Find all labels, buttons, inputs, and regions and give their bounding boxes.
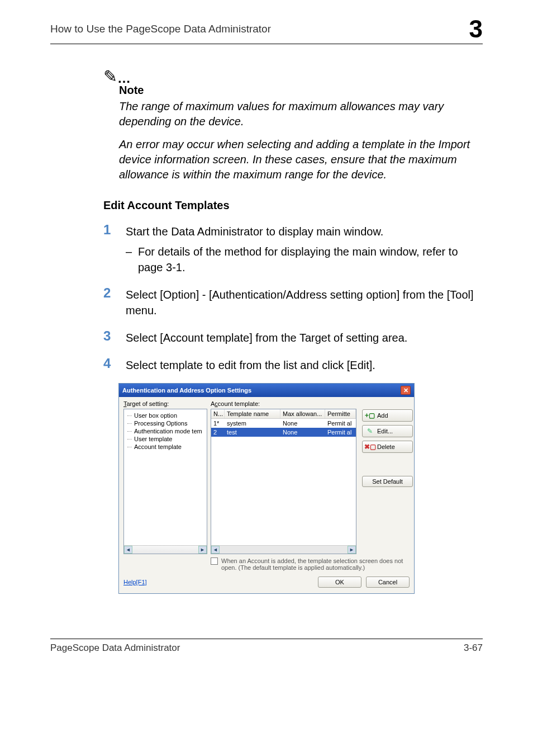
add-icon: +▢: [366, 412, 374, 419]
delete-icon: ✖▢: [366, 443, 374, 451]
table-row[interactable]: 1* system None Permit al: [211, 419, 356, 428]
close-button[interactable]: ✕: [401, 386, 411, 395]
col-n[interactable]: N...: [211, 409, 225, 418]
note-text-2: An error may occur when selecting and ad…: [119, 137, 483, 182]
tree-item-authmode[interactable]: Authentication mode tem: [125, 427, 206, 435]
col-permitted[interactable]: Permitte: [325, 409, 356, 418]
step-text-1: Start the Data Administrator to display …: [126, 224, 483, 239]
table-row[interactable]: 2 test None Permit al: [211, 428, 356, 437]
note-heading: Note: [119, 84, 483, 97]
cancel-button[interactable]: Cancel: [366, 577, 410, 588]
scroll-left-icon[interactable]: ◄: [124, 546, 132, 554]
target-label: TTarget of setting:arget of setting:: [123, 400, 207, 407]
footer-product: PageScope Data Administrator: [50, 642, 464, 654]
section-heading: Edit Account Templates: [103, 199, 483, 212]
target-tree[interactable]: User box option Processing Options Authe…: [123, 409, 207, 554]
close-icon: ✕: [403, 387, 408, 394]
tree-item-accounttemplate[interactable]: Account template: [125, 443, 206, 451]
account-template-label: Account template:: [211, 400, 356, 407]
scroll-right-icon[interactable]: ►: [198, 546, 207, 554]
step-number-4: 4: [103, 356, 126, 373]
step-1-sub: –For details of the method for displayin…: [126, 244, 483, 275]
step-text-2: Select [Option] - [Authentication/Addres…: [126, 285, 483, 318]
delete-button[interactable]: ✖▢ Delete: [362, 441, 413, 453]
step-number-3: 3: [103, 328, 126, 346]
auto-template-checkbox[interactable]: [211, 557, 218, 565]
step-number-1: 1: [103, 222, 126, 275]
tree-item-usertemplate[interactable]: User template: [125, 435, 206, 443]
auto-template-label: When an Account is added, the template s…: [221, 557, 410, 571]
tree-scrollbar[interactable]: ◄ ►: [124, 545, 207, 554]
col-template-name[interactable]: Template name: [225, 409, 280, 418]
template-table[interactable]: N... Template name Max allowan... Permit…: [211, 409, 356, 554]
step-number-2: 2: [103, 285, 126, 318]
col-max-allowance[interactable]: Max allowan...: [280, 409, 325, 418]
ok-button[interactable]: OK: [318, 577, 361, 588]
note-icon: ✎…: [103, 67, 483, 86]
add-button[interactable]: +▢ Add: [362, 409, 413, 422]
edit-button[interactable]: ✎ Edit...: [362, 425, 413, 437]
edit-icon: ✎: [366, 427, 374, 435]
options-dialog: Authentication and Address Option Settin…: [118, 383, 415, 594]
footer-pagenum: 3-67: [464, 642, 483, 654]
chapter-number: 3: [458, 17, 483, 41]
step-text-3: Select [Account template] from the Targe…: [126, 328, 407, 346]
help-link[interactable]: Help[F1]: [123, 579, 147, 585]
note-text-1: The range of maximum values for maximum …: [119, 99, 483, 129]
step-text-4: Select template to edit from the list an…: [126, 356, 375, 373]
running-header: How to Use the PageScope Data Administra…: [50, 23, 458, 35]
dialog-title: Authentication and Address Option Settin…: [122, 387, 401, 394]
table-scrollbar[interactable]: ◄ ►: [211, 545, 356, 554]
tree-item-processing[interactable]: Processing Options: [125, 419, 206, 427]
tree-item-userbox[interactable]: User box option: [125, 412, 206, 419]
scroll-right-icon[interactable]: ►: [348, 546, 356, 554]
scroll-left-icon[interactable]: ◄: [211, 546, 220, 554]
set-default-button[interactable]: Set Default: [362, 476, 413, 487]
